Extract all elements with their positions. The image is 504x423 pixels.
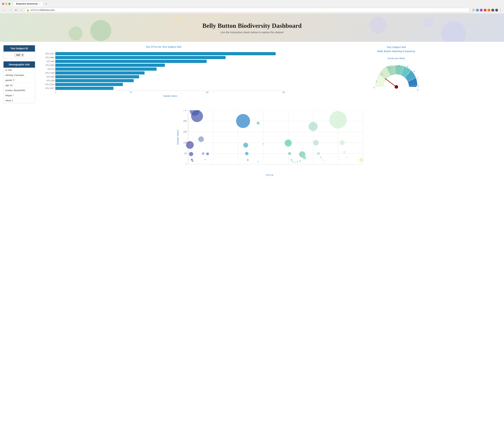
demo-row: location: Beaufort/NC (4, 88, 35, 93)
bar-label: OTU 2859 (40, 57, 54, 59)
tab-close-icon[interactable]: ✕ (39, 3, 40, 5)
bar-fill (55, 79, 134, 82)
bar-fill (55, 60, 207, 63)
close-button[interactable] (2, 3, 4, 5)
svg-point-37 (206, 153, 209, 155)
bar-label: OTU 2264 (40, 64, 54, 66)
toolbar-icon-7 (495, 9, 498, 12)
subject-id-select[interactable]: 940 (14, 53, 24, 57)
svg-point-63 (346, 157, 347, 158)
bar-fill (55, 64, 165, 67)
url-box[interactable]: 🔒 127.0.0.1:5500/index.html (24, 8, 469, 12)
browser-chrome: Bellybutton Biodiversity ✕ + ← → ↻ ⌂ 🔒 1… (0, 0, 504, 14)
svg-text:50: 50 (185, 152, 187, 155)
svg-point-54 (309, 122, 318, 131)
svg-text:250: 250 (183, 110, 187, 112)
active-tab[interactable]: Bellybutton Biodiversity ✕ (13, 1, 43, 6)
main-content: Test Subject ID 940 Demographic Info id:… (0, 42, 504, 182)
svg-point-59 (325, 160, 326, 161)
bar-label: OTU 1189 (40, 72, 54, 74)
svg-point-49 (295, 162, 296, 163)
home-button[interactable]: ⌂ (20, 8, 23, 12)
bar-track (55, 79, 285, 82)
page-subtitle: Use the interactive charts below to expl… (220, 31, 283, 34)
svg-point-29 (189, 152, 193, 156)
gauge-title: Test Subject 940 Belly Button Washing Fr… (292, 45, 500, 53)
svg-text:1: 1 (376, 80, 377, 82)
bar-rows: OTU 1167 OTU 2859 OTU 482 OTU 2264 OTU 4… (40, 52, 285, 90)
new-tab-button[interactable]: + (44, 2, 48, 6)
svg-text:6: 6 (414, 70, 414, 72)
bar-track (55, 75, 285, 78)
svg-point-43 (257, 122, 259, 124)
svg-point-60 (329, 111, 347, 129)
bubble-svg: 250 200 150 100 50 0 0 500 1000 1500 200… (53, 110, 499, 164)
svg-text:200: 200 (183, 120, 187, 122)
svg-point-44 (263, 143, 264, 144)
refresh-button[interactable]: ↻ (14, 8, 18, 12)
svg-point-58 (322, 159, 324, 161)
svg-text:5: 5 (407, 65, 408, 68)
menu-icon[interactable]: ⋮ (499, 8, 502, 12)
toolbar-icon-2 (476, 9, 479, 12)
subject-id-select-box: 940 (4, 52, 35, 59)
svg-point-33 (191, 110, 203, 122)
demo-row: age: 24 (4, 83, 35, 88)
svg-point-55 (313, 140, 319, 146)
svg-text:8: 8 (418, 85, 419, 87)
maximize-button[interactable] (8, 3, 11, 5)
svg-text:0: 0 (186, 163, 187, 164)
url-text: 127.0.0.1:5500/index.html (30, 9, 54, 11)
bubble-x-axis-title: OTU Id (40, 174, 499, 176)
bar-track (55, 56, 285, 59)
gauge-container: Test Subject 940 Belly Button Washing Fr… (292, 45, 500, 102)
svg-text:100: 100 (183, 141, 187, 144)
bar-track (55, 60, 285, 63)
toolbar-icon-6 (492, 9, 494, 12)
top-charts-row: Top OTUs for Test Subject 940 OTU 1167 O… (38, 45, 500, 102)
bar-track (55, 87, 285, 90)
sidebar: Test Subject ID 940 Demographic Info id:… (4, 45, 35, 178)
svg-point-45 (285, 140, 292, 147)
bar-track (55, 64, 285, 67)
svg-text:150: 150 (183, 131, 187, 133)
traffic-lights (2, 3, 11, 5)
demo-row: bbtype: I (4, 93, 35, 98)
bar-axis: 0 50 100 150 (55, 91, 285, 93)
bar-row: OTU 41 (40, 67, 285, 71)
gauge-wrapper: Scrubs per Week (292, 55, 500, 94)
svg-point-39 (243, 143, 248, 147)
toolbar-icon-5 (487, 9, 490, 12)
svg-point-46 (288, 152, 291, 155)
svg-point-28 (186, 141, 194, 149)
svg-text:Sample Values: Sample Values (176, 129, 179, 145)
charts-area: Top OTUs for Test Subject 940 OTU 1167 O… (38, 45, 500, 178)
demo-info-panel: id: 940ethnicity: Caucasiangender: Fage:… (4, 68, 35, 103)
svg-point-53 (303, 156, 306, 159)
bubble-chart-section: 250 200 150 100 50 0 0 500 1000 1500 200… (38, 107, 500, 178)
bar-fill (55, 83, 123, 86)
minimize-button[interactable] (5, 3, 7, 5)
svg-point-62 (343, 151, 346, 153)
back-button[interactable]: ← (2, 8, 7, 12)
svg-point-34 (198, 136, 204, 142)
demo-panel-title: Demographic Info (4, 61, 35, 68)
svg-point-61 (340, 140, 345, 145)
svg-text:2: 2 (381, 73, 382, 75)
toolbar-icon-1 (472, 9, 475, 12)
demo-row: wfreq: 2 (4, 98, 35, 103)
bar-label: OTU 2318 (40, 83, 54, 86)
svg-point-47 (290, 159, 292, 161)
header-banner: Belly Button Biodiversity Dashboard Use … (0, 14, 504, 42)
demo-row: ethnicity: Caucasian (4, 73, 35, 78)
tab-bar: Bellybutton Biodiversity ✕ + (2, 1, 502, 6)
forward-button[interactable]: → (8, 8, 12, 12)
address-bar: ← → ↻ ⌂ 🔒 127.0.0.1:5500/index.html ⋮ (2, 7, 502, 14)
bar-axis-labels: 0 50 100 150 (55, 91, 285, 93)
gauge-subtitle: Scrubs per Week (388, 57, 405, 60)
svg-point-56 (317, 152, 320, 155)
demo-row: id: 940 (4, 68, 35, 73)
svg-point-57 (320, 157, 322, 158)
bar-row: OTU 2859 (40, 56, 285, 59)
bar-fill (55, 75, 139, 78)
